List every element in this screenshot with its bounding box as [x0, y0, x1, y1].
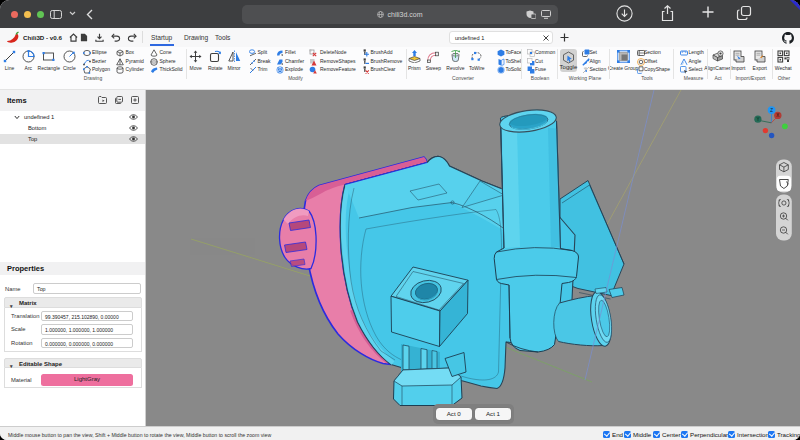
svg-text:X: X	[776, 113, 779, 118]
svg-text:Z: Z	[770, 108, 773, 113]
svg-text:Y: Y	[756, 117, 759, 122]
